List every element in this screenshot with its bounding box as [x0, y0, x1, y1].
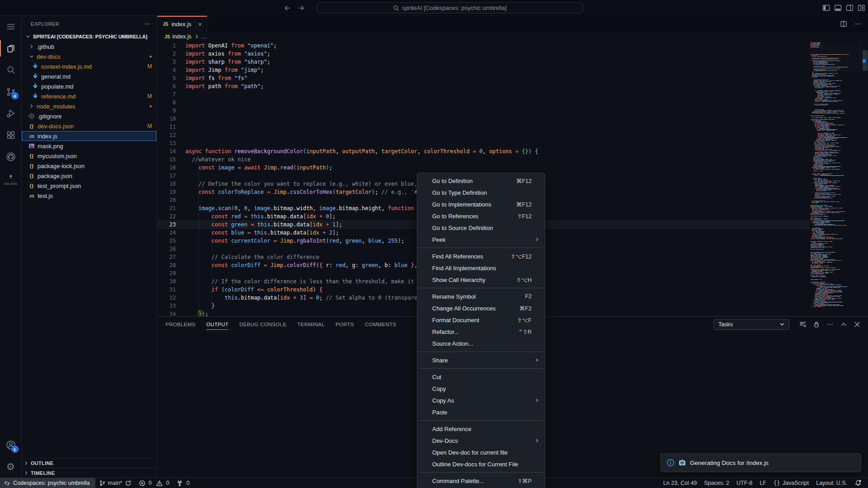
menu-item-outline-dev-docs-for-current-file[interactable]: Outline Dev-docs for Current File — [417, 458, 545, 470]
menu-item-find-all-implementations[interactable]: Find All Implementations — [417, 262, 545, 274]
menu-item-go-to-definition[interactable]: Go to Definition⌘F12 — [417, 175, 545, 187]
close-panel-icon[interactable] — [854, 321, 861, 328]
editor-more-actions-icon[interactable] — [854, 20, 862, 28]
code-line-13[interactable] — [185, 139, 809, 147]
ports-status[interactable]: 0 — [173, 478, 193, 488]
panel-tab-terminal[interactable]: TERMINAL — [297, 317, 325, 332]
status-keyboard-layout[interactable]: Layout: U.S. — [812, 478, 851, 488]
status-cursor-position[interactable]: Ln 23, Col 49 — [660, 478, 700, 488]
breadcrumb[interactable]: JS index.js … — [157, 32, 868, 42]
panel-tab-output[interactable]: OUTPUT — [206, 317, 228, 332]
breadcrumb-file[interactable]: index.js — [172, 33, 191, 40]
activity-bar-item-github[interactable] — [0, 146, 22, 168]
tree-item-package-lock.json[interactable]: {}package-lock.json — [22, 161, 156, 171]
branch-status[interactable]: main* — [95, 478, 135, 488]
output-channel-select[interactable]: Tasks — [713, 319, 789, 330]
breadcrumb-symbol[interactable]: … — [202, 33, 208, 40]
activity-bar-item-explorer[interactable] — [0, 38, 22, 59]
menu-item-dev-docs[interactable]: Dev-Docs — [417, 435, 545, 446]
code-line-3[interactable]: import sharp from "sharp"; — [185, 58, 809, 66]
tab-index-js[interactable]: JS index.js × — [157, 16, 207, 32]
code-line-9[interactable] — [185, 107, 809, 115]
maximize-panel-icon[interactable] — [840, 321, 847, 328]
status-eol[interactable]: LF — [756, 478, 770, 488]
menu-item-rename-symbol[interactable]: Rename SymbolF2 — [417, 291, 545, 302]
tree-item-general.md[interactable]: general.md — [22, 71, 156, 81]
tree-root[interactable]: SPRITEAI [CODESPACES: PSYCHIC UMBRELLA] — [22, 32, 156, 42]
problems-status[interactable]: 0 0 — [135, 478, 173, 488]
remote-indicator[interactable]: Codespaces: psychic umbrella — [0, 478, 95, 488]
activity-bar-item-run-debug[interactable] — [0, 103, 22, 124]
clear-output-icon[interactable] — [799, 321, 807, 328]
menu-item-peek[interactable]: Peek — [417, 234, 545, 245]
tree-item-test.js[interactable]: JStest.js — [22, 191, 156, 201]
code-line-11[interactable] — [185, 123, 809, 131]
code-line-14[interactable]: async function removeBackgroundColor(inp… — [185, 147, 809, 155]
activity-bar-item-extensions[interactable] — [0, 124, 22, 146]
section-timeline[interactable]: TIMELINE — [22, 468, 156, 478]
activity-bar-item-menu[interactable] — [0, 16, 22, 38]
tree-item-package.json[interactable]: {}package.json — [22, 171, 156, 181]
minimap[interactable] — [809, 42, 862, 316]
menu-item-copy[interactable]: Copy — [417, 383, 545, 394]
code-line-2[interactable]: import axios from "axios"; — [185, 50, 809, 58]
tree-item-node_modules[interactable]: node_modules● — [22, 101, 156, 111]
tree-item-index.js[interactable]: JSindex.js — [22, 131, 156, 141]
menu-item-open-dev-doc-for-current-file[interactable]: Open Dev-doc for current file — [417, 446, 545, 458]
toggle-secondary-sidebar-icon[interactable] — [846, 4, 854, 12]
code-line-15[interactable]: //whatever ok nice — [185, 155, 809, 164]
activity-bar-item-source-control[interactable]: 4 — [0, 81, 22, 103]
tree-item-dev-docs[interactable]: dev-docs● — [22, 52, 156, 61]
menu-item-go-to-implementations[interactable]: Go to Implementations⌘F12 — [417, 198, 545, 210]
panel-more-actions-icon[interactable] — [826, 321, 834, 328]
code-line-7[interactable] — [185, 90, 809, 99]
code-line-1[interactable]: import OpenAI from "openai"; — [185, 42, 809, 50]
tree-item-test_prompt.json[interactable]: {}test_prompt.json — [22, 181, 156, 191]
panel-tab-ports[interactable]: PORTS — [335, 317, 354, 332]
activity-bar-item-search[interactable] — [0, 59, 22, 81]
code-line-4[interactable]: import Jimp from "jimp"; — [185, 66, 809, 74]
menu-item-go-to-source-definition[interactable]: Go to Source Definition — [417, 222, 545, 234]
customize-layout-icon[interactable] — [858, 4, 865, 12]
activity-bar-item-settings[interactable]: ⚙ — [0, 456, 22, 478]
menu-item-share[interactable]: Share — [417, 354, 545, 366]
menu-item-change-all-occurrences[interactable]: Change All Occurrences⌘F2 — [417, 302, 545, 314]
tree-item-mycustom.json[interactable]: {}mycustom.json — [22, 151, 156, 161]
status-indentation[interactable]: Spaces: 2 — [700, 478, 733, 488]
code-line-6[interactable]: import path from "path"; — [185, 82, 809, 90]
menu-item-show-call-hierarchy[interactable]: Show Call Hierarchy⇧⌥H — [417, 274, 545, 286]
sync-icon[interactable] — [125, 480, 132, 487]
tree-item-.gitignore[interactable]: .gitignore — [22, 111, 156, 121]
toggle-sidebar-icon[interactable] — [822, 4, 830, 12]
menu-item-source-action[interactable]: Source Action... — [417, 338, 545, 349]
panel-tab-debug-console[interactable]: DEBUG CONSOLE — [239, 317, 286, 332]
activity-bar-item-dev-docs[interactable]: Dev-Docs — [0, 168, 22, 186]
navigate-forward-icon[interactable] — [297, 5, 305, 12]
tree-item-populate.md[interactable]: populate.md — [22, 81, 156, 91]
code-line-8[interactable] — [185, 99, 809, 107]
menu-item-find-all-references[interactable]: Find All References⇧⌥F12 — [417, 250, 545, 262]
code-line-5[interactable]: import fs from "fs" — [185, 74, 809, 82]
menu-item-go-to-type-definition[interactable]: Go to Type Definition — [417, 187, 545, 198]
code-line-10[interactable] — [185, 115, 809, 123]
lock-icon[interactable] — [813, 321, 820, 328]
tree-item-reference.md[interactable]: reference.mdM — [22, 91, 156, 101]
explorer-more-actions-icon[interactable] — [144, 20, 151, 28]
status-encoding[interactable]: UTF-8 — [733, 478, 756, 488]
panel-tab-comments[interactable]: COMMENTS — [365, 317, 396, 332]
tree-item-mask.png[interactable]: mask.png — [22, 141, 156, 151]
menu-item-cut[interactable]: Cut — [417, 371, 545, 383]
menu-item-paste[interactable]: Paste — [417, 406, 545, 418]
menu-item-copy-as[interactable]: Copy As — [417, 394, 545, 406]
minimap-slider[interactable] — [809, 42, 862, 72]
menu-item-go-to-references[interactable]: Go to References⇧F12 — [417, 210, 545, 222]
tab-close-icon[interactable]: × — [198, 21, 202, 28]
toggle-panel-icon[interactable] — [834, 4, 842, 12]
code-line-16[interactable]: const image = await Jimp.read(inputPath)… — [185, 164, 809, 172]
section-outline[interactable]: OUTLINE — [22, 458, 156, 468]
code-line-12[interactable] — [185, 131, 809, 139]
menu-item-format-document[interactable]: Format Document⇧⌥F — [417, 314, 545, 326]
notifications-bell[interactable] — [851, 478, 865, 488]
tree-item-context-index.js.md[interactable]: context-index.js.mdM — [22, 61, 156, 71]
tree-item-dev-docs.json[interactable]: {}dev-docs.jsonM — [22, 121, 156, 131]
